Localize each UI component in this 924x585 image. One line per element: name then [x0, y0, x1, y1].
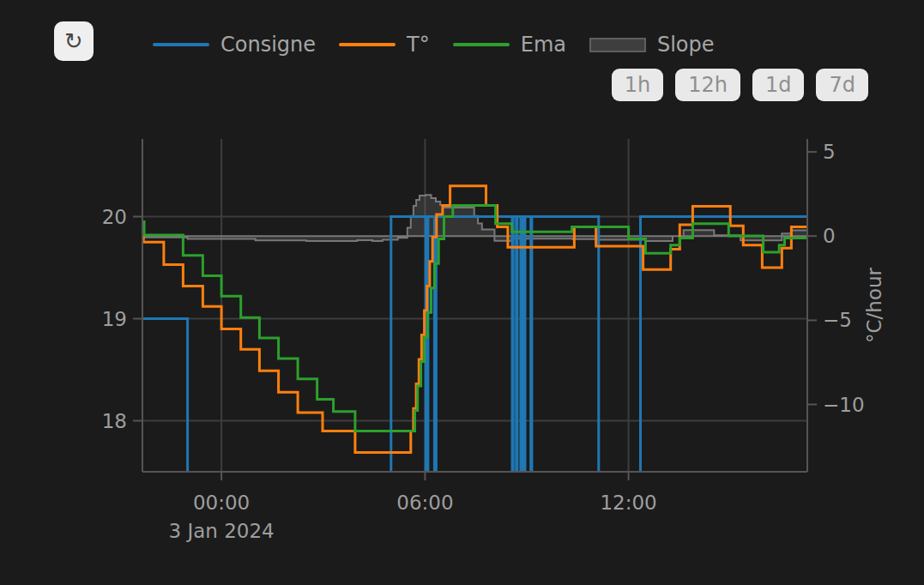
gridlines [142, 139, 807, 472]
y2-tick-label: 0 [823, 225, 836, 247]
y2-tick-label: 5 [823, 141, 836, 163]
consigne-line-swatch-icon [153, 43, 209, 46]
series-consigne-line [142, 217, 807, 523]
legend-item-slope[interactable]: Slope [589, 33, 715, 57]
range-buttons: 1h 12h 1d 7d [612, 69, 868, 101]
range-button-1h[interactable]: 1h [612, 69, 663, 101]
axes [133, 139, 817, 480]
legend-label: Ema [521, 33, 566, 57]
chart-legend: Consigne T° Ema Slope [153, 33, 715, 57]
series-slope-area [142, 195, 807, 241]
legend-item-consigne[interactable]: Consigne [153, 33, 316, 57]
y2-axis-title: °C/hour [863, 267, 885, 343]
range-button-1d[interactable]: 1d [752, 69, 805, 101]
x-tick-label: 06:00 [396, 492, 453, 514]
y-tick-label: 18 [102, 410, 127, 432]
temperature-line-swatch-icon [339, 43, 396, 46]
x-tick-label: 12:00 [600, 492, 656, 514]
thermostat-chart-page: 20191850−5−1000:0006:0012:003 Jan 2024°C… [0, 0, 924, 585]
slope-area-swatch-icon [589, 38, 646, 52]
ema-line-swatch-icon [453, 43, 510, 46]
axis-labels: 20191850−5−1000:0006:0012:003 Jan 2024°C… [102, 141, 885, 542]
y2-tick-label: −10 [823, 394, 865, 416]
refresh-button[interactable]: ↻ [54, 21, 94, 61]
legend-item-ema[interactable]: Ema [453, 33, 566, 57]
range-button-7d[interactable]: 7d [816, 69, 868, 101]
range-button-12h[interactable]: 12h [675, 69, 740, 101]
x-tick-label: 00:00 [193, 492, 250, 514]
y-tick-label: 19 [102, 308, 127, 330]
x-axis-date-label: 3 Jan 2024 [168, 520, 274, 542]
legend-label: T° [407, 33, 430, 57]
legend-label: Slope [657, 33, 715, 57]
legend-item-temperature[interactable]: T° [339, 33, 430, 57]
y-tick-label: 20 [102, 206, 127, 228]
refresh-icon: ↻ [64, 30, 83, 52]
y2-tick-label: −5 [823, 309, 852, 331]
legend-label: Consigne [220, 33, 316, 57]
